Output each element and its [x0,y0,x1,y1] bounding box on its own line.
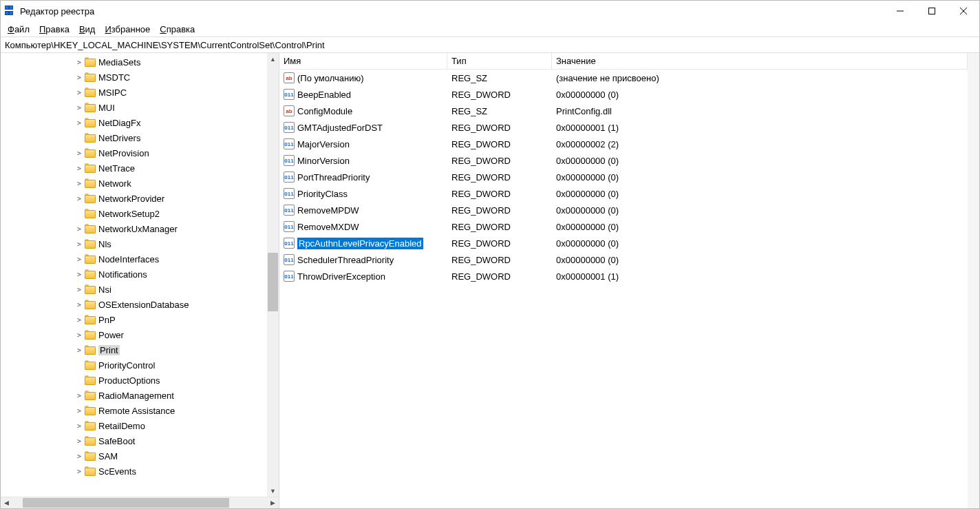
tree-item-netdiagfx[interactable]: >NetDiagFx [1,115,267,130]
tree-item-print[interactable]: >Print [1,342,267,357]
expander-icon[interactable]: > [75,240,83,248]
expander-icon[interactable]: > [75,392,83,399]
tree-item-power[interactable]: >Power [1,327,267,342]
tree-item-networkprovider[interactable]: >NetworkProvider [1,191,267,206]
menu-file[interactable]: Файл [8,24,30,34]
list-body[interactable]: ab(По умолчанию)REG_SZ(значение не присв… [279,70,968,284]
column-name[interactable]: Имя [279,53,447,69]
tree-item-notifications[interactable]: >Notifications [1,267,267,282]
expander-icon[interactable]: > [75,89,83,96]
list-row[interactable]: 011RpcAuthnLevelPrivacyEnabledREG_DWORD0… [279,235,968,251]
menu-favorites[interactable]: Избранное [105,24,150,34]
tree-item-productoptions[interactable]: ProductOptions [1,373,267,388]
expander-icon[interactable]: > [75,316,83,324]
list-row[interactable]: 011MajorVersionREG_DWORD0x00000002 (2) [279,136,968,152]
expander-icon[interactable]: > [75,180,83,187]
expander-icon[interactable]: > [75,301,83,309]
tree-item-network[interactable]: >Network [1,176,267,191]
menu-edit[interactable]: Правка [39,24,70,34]
scroll-down-icon[interactable]: ▼ [267,485,279,497]
tree-item-retaildemo[interactable]: >RetailDemo [1,418,267,433]
tree-item-radiomanagement[interactable]: >RadioManagement [1,388,267,403]
tree-item-msipc[interactable]: >MSIPC [1,85,267,100]
expander-icon[interactable]: > [75,165,83,172]
tree-item-safeboot[interactable]: >SafeBoot [1,433,267,448]
list-row[interactable]: 011GMTAdjustedForDSTREG_DWORD0x00000001 … [279,119,968,136]
expander-icon[interactable]: > [75,331,83,339]
close-button[interactable] [948,1,979,21]
list-row[interactable]: ab(По умолчанию)REG_SZ(значение не присв… [279,70,968,86]
folder-icon [85,284,96,294]
tree-item-label: NodeInterfaces [98,254,159,264]
tree-item-netdrivers[interactable]: NetDrivers [1,130,267,145]
column-type[interactable]: Тип [447,53,552,69]
tree-vertical-scrollbar[interactable]: ▲ ▼ [267,53,279,497]
list-row[interactable]: 011MinorVersionREG_DWORD0x00000000 (0) [279,152,968,169]
tree-item-sam[interactable]: >SAM [1,448,267,464]
list-row[interactable]: 011ThrowDriverExceptionREG_DWORD0x000000… [279,268,968,284]
expander-icon[interactable]: > [75,346,83,354]
expander-icon[interactable]: > [75,407,83,415]
list-row[interactable]: 011SchedulerThreadPriorityREG_DWORD0x000… [279,251,968,268]
folder-icon [85,194,96,203]
expander-icon[interactable]: > [75,149,83,157]
list-vertical-scrollbar[interactable] [968,53,979,508]
expander-icon[interactable]: > [75,225,83,233]
tree-item-label: SafeBoot [98,436,136,446]
value-data: 0x00000001 (1) [552,271,968,282]
scroll-up-icon[interactable]: ▲ [267,53,279,65]
list-row[interactable]: 011PortThreadPriorityREG_DWORD0x00000000… [279,169,968,185]
tree-item-remote-assistance[interactable]: >Remote Assistance [1,403,267,418]
maximize-button[interactable] [916,1,948,21]
scroll-left-icon[interactable]: ◀ [1,497,12,509]
value-name: SchedulerThreadPriority [297,255,394,265]
list-row[interactable]: abConfigModuleREG_SZPrintConfig.dll [279,103,968,119]
tree-item-nettrace[interactable]: >NetTrace [1,160,267,176]
expander-icon[interactable]: > [75,286,83,293]
tree-item-nsi[interactable]: >Nsi [1,282,267,297]
tree-item-scevents[interactable]: >ScEvents [1,464,267,479]
tree-item-mediasets[interactable]: >MediaSets [1,54,267,70]
menu-view[interactable]: Вид [79,24,96,34]
tree-horizontal-scrollbar[interactable]: ◀ ▶ [1,497,279,508]
column-value[interactable]: Значение [552,53,968,69]
expander-icon[interactable]: > [75,437,83,445]
value-type: REG_DWORD [447,123,552,133]
titlebar[interactable]: Редактор реестра [1,1,979,21]
address-bar[interactable]: Компьютер\HKEY_LOCAL_MACHINE\SYSTEM\Curr… [1,37,979,53]
expander-icon[interactable]: > [75,468,83,475]
scroll-thumb[interactable] [268,253,278,311]
tree-item-nls[interactable]: >Nls [1,236,267,251]
scroll-thumb[interactable] [23,498,229,508]
scroll-right-icon[interactable]: ▶ [267,497,279,509]
list-row[interactable]: 011PriorityClassREG_DWORD0x00000000 (0) [279,185,968,202]
value-type: REG_SZ [447,106,552,116]
tree-item-netprovision[interactable]: >NetProvision [1,145,267,160]
expander-icon[interactable]: > [75,195,83,202]
minimize-button[interactable] [884,1,916,21]
expander-icon[interactable]: > [75,271,83,278]
tree-item-osextensiondatabase[interactable]: >OSExtensionDatabase [1,297,267,312]
tree-item-nodeinterfaces[interactable]: >NodeInterfaces [1,251,267,267]
menu-help[interactable]: Справка [160,24,195,34]
expander-icon[interactable]: > [75,74,83,81]
tree-item-pnp[interactable]: >PnP [1,312,267,327]
list-row[interactable]: 011RemoveMXDWREG_DWORD0x00000000 (0) [279,218,968,235]
expander-icon[interactable]: > [75,104,83,112]
folder-icon [85,466,96,476]
tree-item-networksetup2[interactable]: NetworkSetup2 [1,206,267,221]
tree-item-prioritycontrol[interactable]: PriorityControl [1,357,267,373]
tree[interactable]: >MediaSets>MSDTC>MSIPC>MUI>NetDiagFxNetD… [1,53,267,497]
tree-item-networkuxmanager[interactable]: >NetworkUxManager [1,221,267,236]
tree-item-mui[interactable]: >MUI [1,100,267,115]
list-row[interactable]: 011BeepEnabledREG_DWORD0x00000000 (0) [279,86,968,103]
dword-value-icon: 011 [284,205,295,216]
expander-icon[interactable]: > [75,59,83,66]
expander-icon[interactable]: > [75,453,83,460]
list-row[interactable]: 011RemoveMPDWREG_DWORD0x00000000 (0) [279,202,968,218]
expander-icon[interactable]: > [75,119,83,127]
menubar: Файл Правка Вид Избранное Справка [1,21,979,37]
expander-icon[interactable]: > [75,256,83,263]
tree-item-msdtc[interactable]: >MSDTC [1,70,267,85]
expander-icon[interactable]: > [75,422,83,430]
